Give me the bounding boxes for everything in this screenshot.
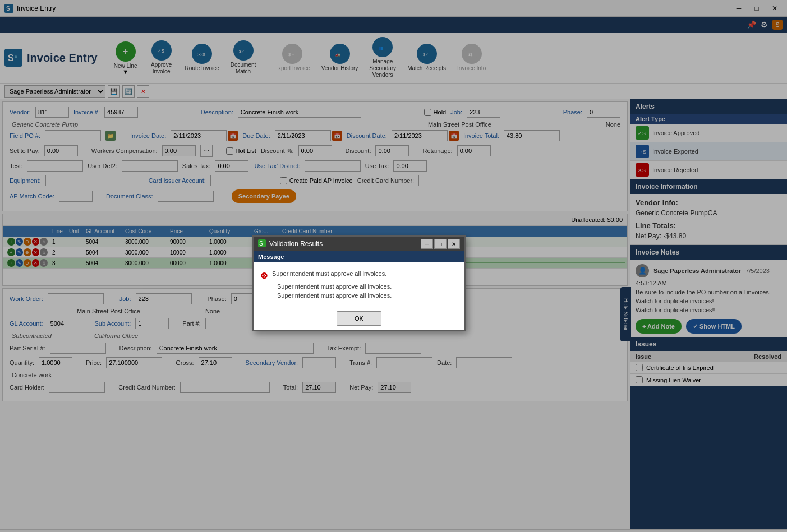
modal-overlay: S Validation Results ─ □ ✕ Message ⊗ Sup… bbox=[0, 0, 787, 532]
modal-msg-2: Superintendent must approve all invoices… bbox=[277, 283, 392, 290]
validation-dialog: S Validation Results ─ □ ✕ Message ⊗ Sup… bbox=[252, 235, 466, 331]
modal-title-text: Validation Results bbox=[269, 240, 323, 248]
modal-controls: ─ □ ✕ bbox=[421, 239, 460, 249]
modal-title: S Validation Results bbox=[258, 239, 323, 249]
modal-header: Message bbox=[254, 251, 464, 262]
modal-msg-1: Superintendent must approve all invoices… bbox=[272, 270, 386, 277]
modal-msg-row-1: ⊗ Superintendent must approve all invoic… bbox=[260, 269, 458, 282]
error-icon-1: ⊗ bbox=[260, 270, 268, 281]
svg-text:S: S bbox=[259, 240, 263, 247]
modal-msg-3: Superintendent must approve all invoices… bbox=[277, 292, 392, 299]
modal-body: ⊗ Superintendent must approve all invoic… bbox=[254, 262, 464, 307]
modal-minimize-btn[interactable]: ─ bbox=[421, 239, 433, 249]
modal-close-btn[interactable]: ✕ bbox=[448, 239, 460, 249]
modal-maximize-btn[interactable]: □ bbox=[434, 239, 447, 249]
modal-footer: OK bbox=[254, 307, 464, 330]
ok-button[interactable]: OK bbox=[337, 311, 381, 326]
modal-msg-row-3: Superintendent must approve all invoices… bbox=[260, 291, 458, 300]
modal-icon: S bbox=[258, 239, 266, 249]
modal-title-bar: S Validation Results ─ □ ✕ bbox=[254, 237, 464, 251]
modal-msg-row-2: Superintendent must approve all invoices… bbox=[260, 282, 458, 291]
